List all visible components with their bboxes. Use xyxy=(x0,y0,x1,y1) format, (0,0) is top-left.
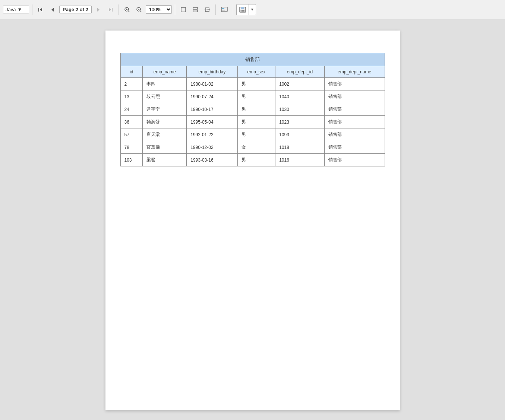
svg-marker-4 xyxy=(109,8,111,12)
svg-rect-13 xyxy=(181,7,186,12)
zoom-select[interactable]: 50% 75% 100% 125% 150% 200% xyxy=(146,5,172,14)
layout-button-1[interactable] xyxy=(178,4,189,15)
cell-emp_name: 翰润發 xyxy=(143,116,187,128)
main-area: 销售部 id emp_name emp_birthday emp_sex emp… xyxy=(0,19,505,420)
cell-emp_birthday: 1990-12-02 xyxy=(187,141,237,154)
nav-first-button[interactable] xyxy=(35,4,46,15)
table-row: 57唐天棠1992-01-22男1093销售部 xyxy=(120,128,385,141)
cell-id: 24 xyxy=(120,103,143,116)
svg-rect-20 xyxy=(222,10,227,10)
cell-emp_name: 李四 xyxy=(143,78,187,90)
cell-emp_dept_id: 1016 xyxy=(275,154,325,166)
report-header-row: id emp_name emp_birthday emp_sex emp_dep… xyxy=(120,66,385,78)
cell-emp_name: 段云熙 xyxy=(143,90,187,103)
table-row: 13段云熙1990-07-24男1040销售部 xyxy=(120,90,385,103)
cell-emp_sex: 男 xyxy=(237,154,275,166)
separator-2 xyxy=(119,4,119,15)
separator-4 xyxy=(215,4,216,15)
svg-marker-2 xyxy=(51,8,54,12)
cell-emp_dept_name: 销售部 xyxy=(324,90,385,103)
svg-rect-5 xyxy=(112,8,113,12)
save-dropdown-icon: ▼ xyxy=(250,7,254,12)
table-row: 78官蕙儀1990-12-02女1018销售部 xyxy=(120,141,385,154)
nav-last-button[interactable] xyxy=(105,4,116,15)
report-title: 销售部 xyxy=(120,53,385,66)
save-dropdown-button[interactable]: ▼ xyxy=(249,4,256,15)
col-header-emp-dept-id: emp_dept_id xyxy=(275,66,325,78)
language-label: Java xyxy=(6,7,16,12)
svg-rect-14 xyxy=(193,7,198,9)
cell-emp_birthday: 1990-07-24 xyxy=(187,90,237,103)
nav-prev-button[interactable] xyxy=(47,4,58,15)
cell-emp_sex: 男 xyxy=(237,90,275,103)
svg-rect-23 xyxy=(241,7,244,9)
cell-emp_name: 梁發 xyxy=(143,154,187,166)
separator-3 xyxy=(175,4,175,15)
table-row: 24尹宇宁1990-10-17男1030销售部 xyxy=(120,103,385,116)
cell-emp_dept_id: 1040 xyxy=(275,90,325,103)
toolbar: Java ▼ Page 2 of 2 xyxy=(0,0,505,19)
cell-emp_dept_id: 1030 xyxy=(275,103,325,116)
cell-emp_dept_id: 1018 xyxy=(275,141,325,154)
language-selector[interactable]: Java ▼ xyxy=(3,6,29,13)
svg-line-12 xyxy=(140,11,141,12)
cell-emp_name: 唐天棠 xyxy=(143,128,187,141)
table-row: 2李四1980-01-02男1002销售部 xyxy=(120,78,385,90)
cell-emp_dept_name: 销售部 xyxy=(324,103,385,116)
cell-emp_dept_name: 销售部 xyxy=(324,141,385,154)
cell-emp_birthday: 1995-05-04 xyxy=(187,116,237,128)
table-row: 36翰润發1995-05-04男1023销售部 xyxy=(120,116,385,128)
svg-rect-15 xyxy=(193,10,198,12)
cell-emp_sex: 男 xyxy=(237,116,275,128)
nav-next-button[interactable] xyxy=(93,4,104,15)
separator-1 xyxy=(32,4,32,15)
cell-emp_name: 官蕙儀 xyxy=(143,141,187,154)
zoom-in-button[interactable] xyxy=(122,4,132,15)
cell-emp_birthday: 1993-03-16 xyxy=(187,154,237,166)
col-header-emp-name: emp_name xyxy=(143,66,187,78)
cell-emp_dept_name: 销售部 xyxy=(324,78,385,90)
save-button[interactable] xyxy=(237,4,249,15)
col-header-emp-birthday: emp_birthday xyxy=(187,66,237,78)
svg-marker-3 xyxy=(97,8,100,12)
page-indicator: Page 2 of 2 xyxy=(59,6,92,13)
cell-emp_birthday: 1980-01-02 xyxy=(187,78,237,90)
cell-emp_birthday: 1990-10-17 xyxy=(187,103,237,116)
export-button[interactable] xyxy=(219,4,230,15)
cell-id: 78 xyxy=(120,141,143,154)
separator-5 xyxy=(233,4,233,15)
svg-rect-25 xyxy=(242,10,244,12)
cell-emp_sex: 男 xyxy=(237,128,275,141)
cell-id: 57 xyxy=(120,128,143,141)
table-row: 103梁發1993-03-16男1016销售部 xyxy=(120,154,385,166)
svg-marker-1 xyxy=(40,8,42,12)
cell-emp_dept_name: 销售部 xyxy=(324,128,385,141)
cell-id: 2 xyxy=(120,78,143,90)
cell-emp_dept_id: 1023 xyxy=(275,116,325,128)
cell-emp_name: 尹宇宁 xyxy=(143,103,187,116)
svg-line-9 xyxy=(128,11,129,12)
cell-emp_sex: 女 xyxy=(237,141,275,154)
report-page: 销售部 id emp_name emp_birthday emp_sex emp… xyxy=(105,31,400,410)
col-header-id: id xyxy=(120,66,143,78)
save-button-group: ▼ xyxy=(236,4,256,15)
report-table: 销售部 id emp_name emp_birthday emp_sex emp… xyxy=(120,53,385,166)
language-dropdown-icon: ▼ xyxy=(17,7,22,12)
col-header-emp-dept-name: emp_dept_name xyxy=(324,66,385,78)
cell-emp_sex: 男 xyxy=(237,78,275,90)
cell-id: 103 xyxy=(120,154,143,166)
cell-emp_dept_id: 1002 xyxy=(275,78,325,90)
cell-emp_sex: 男 xyxy=(237,103,275,116)
svg-rect-19 xyxy=(222,8,224,9)
layout-button-2[interactable] xyxy=(190,4,201,15)
svg-rect-21 xyxy=(222,10,225,11)
cell-emp_birthday: 1992-01-22 xyxy=(187,128,237,141)
svg-rect-0 xyxy=(38,8,39,12)
report-title-row: 销售部 xyxy=(120,53,385,66)
zoom-out-button[interactable] xyxy=(134,4,144,15)
cell-emp_dept_id: 1093 xyxy=(275,128,325,141)
cell-id: 13 xyxy=(120,90,143,103)
layout-button-3[interactable] xyxy=(202,4,212,15)
cell-id: 36 xyxy=(120,116,143,128)
col-header-emp-sex: emp_sex xyxy=(237,66,275,78)
